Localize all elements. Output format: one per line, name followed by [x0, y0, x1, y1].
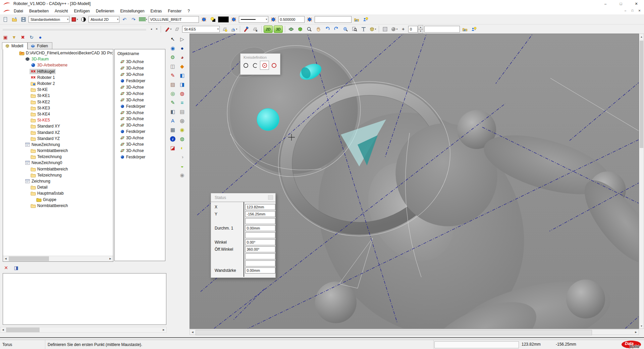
sphere-red-tool-icon[interactable]: ◕ — [178, 53, 186, 61]
layer-select-icon-4[interactable] — [306, 16, 314, 23]
zoom-circle-tool-icon[interactable]: ◉ — [168, 44, 177, 52]
tree-item-st-ke[interactable]: St-KE — [3, 87, 113, 93]
object-list-item[interactable]: Festkörper — [117, 103, 165, 109]
layer-select-icon-2[interactable] — [230, 16, 238, 23]
panel-import-button[interactable]: ▼ — [11, 34, 17, 41]
new-file-button[interactable] — [1, 16, 9, 23]
toolbar2-extra-field[interactable] — [424, 26, 460, 33]
circle-center-button[interactable] — [260, 61, 269, 70]
spray-tool-icon[interactable]: ▨ — [168, 80, 177, 89]
tree-item-detail[interactable]: Detail — [3, 184, 113, 190]
pencil-tool-icon[interactable]: ✎ — [168, 71, 177, 80]
3d-viewport[interactable] — [190, 34, 639, 329]
object-list-item[interactable]: 3D-Achse — [117, 71, 165, 78]
panel-stop-button[interactable]: ✖ — [19, 34, 26, 41]
menu-item-ansicht[interactable]: Ansicht — [52, 8, 71, 14]
assistant-button-2[interactable] — [470, 26, 478, 33]
sphere-yellow-tool-icon[interactable]: ◉ — [178, 126, 186, 134]
color-swatch-black[interactable] — [218, 16, 229, 22]
tree-item-standard-yz[interactable]: Standard YZ — [3, 136, 113, 142]
render-mode-button[interactable]: ▾ — [369, 26, 377, 33]
scrollbar-thumb[interactable] — [196, 330, 592, 335]
status-row-field[interactable] — [245, 218, 275, 224]
status-row-field[interactable]: 360.00° — [245, 246, 275, 252]
status-row-field[interactable]: -156.25mm — [245, 211, 275, 217]
mdi-minimize-button[interactable]: – — [622, 8, 629, 13]
scrollbar-thumb[interactable] — [9, 256, 49, 261]
circle-tool-icon[interactable]: ◎ — [168, 89, 177, 98]
tree-horizontal-scrollbar[interactable]: ◀ ▶ — [3, 256, 113, 261]
object-list-item[interactable]: Festkörper — [117, 129, 165, 135]
scroll-right-arrow[interactable]: ▶ — [633, 330, 639, 335]
status-window-close-button[interactable] — [268, 195, 273, 200]
tree-item-roboter-1[interactable]: Roboter 1 — [3, 74, 113, 81]
scroll-left-arrow[interactable]: ◀ — [0, 328, 6, 332]
menu-item-?[interactable]: ? — [184, 8, 193, 14]
panel-refresh-button[interactable]: ↻ — [28, 34, 35, 41]
view-3d-button[interactable]: 3D — [274, 26, 283, 33]
scrollbar-thumb[interactable] — [6, 328, 40, 332]
tree-item-teilzeichnung[interactable]: Teilzeichnung — [3, 172, 113, 178]
scrollbar-thumb[interactable] — [640, 41, 643, 148]
redo-button[interactable]: ↷ — [129, 16, 138, 23]
menu-item-fenster[interactable]: Fenster — [165, 8, 185, 14]
coordinate-mode-combo[interactable]: Absolut 2D▾ — [89, 16, 119, 23]
dock-grip[interactable] — [3, 28, 146, 30]
workplane-pen-button[interactable]: ▾ — [164, 26, 172, 33]
workplane-visibility-button[interactable] — [221, 26, 229, 33]
object-list-item[interactable]: Festkörper — [117, 78, 165, 84]
linestyle-combo[interactable]: ▾ — [239, 16, 268, 23]
object-list-item[interactable]: 3D-Achse — [117, 90, 165, 97]
edit-plane-button[interactable] — [242, 26, 250, 33]
hatch-tool-icon[interactable]: ▦ — [168, 126, 177, 134]
plane-edit-button[interactable]: E — [251, 26, 259, 33]
selection-color-button[interactable]: ▾ — [70, 16, 78, 23]
scroll-right-arrow[interactable]: ▶ — [108, 256, 113, 261]
zoom-all-button[interactable] — [341, 26, 350, 33]
panel-horizontal-scrollbar[interactable]: ◀ ▶ — [0, 327, 167, 333]
object-list-item[interactable]: 3D-Achse — [117, 59, 165, 65]
pan-button[interactable] — [314, 26, 322, 33]
sphere-pair-white-icon[interactable]: ◑ — [178, 153, 186, 161]
orbit-button[interactable] — [287, 26, 295, 33]
tree-item-zeichnung[interactable]: Zeichnung — [3, 178, 113, 184]
tree-item-normblattbereich[interactable]: Normblattbereich — [3, 148, 113, 154]
menu-item-datei[interactable]: Datei — [11, 8, 26, 14]
status-input-box[interactable] — [434, 341, 519, 348]
dimension-tool-icon[interactable]: ◫ — [168, 62, 177, 70]
group-folder-button-2[interactable] — [461, 26, 469, 33]
object-list-item[interactable]: Festkörper — [117, 154, 165, 160]
object-list-item[interactable]: 3D-Achse — [117, 84, 165, 91]
info-tool-icon[interactable]: i — [168, 135, 177, 143]
rotate-right-button[interactable] — [332, 26, 340, 33]
text-tool-icon[interactable]: A — [168, 116, 177, 125]
scroll-right-arrow[interactable]: ▶ — [161, 328, 166, 332]
object-list-item[interactable]: 3D-Achse — [117, 116, 165, 122]
circle-radius-button[interactable] — [269, 61, 278, 70]
tree-item-d--avchd-filme-lernvideos-beckercad-3d-pro-h[interactable]: D:\AVCHD_Filme\Lernvideos\BeckerCAD 3D P… — [3, 50, 113, 56]
depth-spinner[interactable]: 0▲▼ — [408, 25, 423, 33]
copy-list-button[interactable]: ◨ — [13, 264, 19, 271]
rotate-left-button[interactable] — [323, 26, 331, 33]
tree-item-st-ke2[interactable]: St-KE2 — [3, 99, 113, 105]
measure-button[interactable] — [360, 26, 368, 33]
tab-modell[interactable]: Modell — [2, 42, 28, 49]
material-button[interactable]: ▾ — [390, 26, 398, 33]
tree-item-neuezeichnung[interactable]: NeueZeichnung — [3, 142, 113, 148]
zoom-window-button[interactable] — [305, 26, 313, 33]
object-list-item[interactable]: 3D-Achse — [117, 147, 165, 154]
object-list-item[interactable]: 3D-Achse — [117, 109, 165, 116]
pen-color-button[interactable] — [209, 16, 217, 23]
close-button[interactable]: ✕ — [629, 0, 644, 7]
zoom-page-button[interactable] — [351, 26, 359, 33]
tree-item-3d-raum[interactable]: 3D-Raum — [3, 56, 113, 62]
tree-item-st-ke3[interactable]: St-KE3 — [3, 105, 113, 111]
layers-tool-icon[interactable]: ≡ — [178, 98, 186, 107]
cylinder-tool-icon[interactable]: ◧ — [178, 71, 186, 80]
torus-tool-icon[interactable]: ◍ — [178, 89, 186, 98]
delete-filter-button[interactable]: ✕ — [3, 264, 9, 271]
target-tool-icon[interactable]: ◎ — [178, 116, 186, 125]
menu-item-definieren[interactable]: Definieren — [93, 8, 117, 14]
select-tool-icon[interactable]: ↖ — [168, 35, 177, 43]
sphere-tool-icon[interactable]: ● — [178, 44, 186, 52]
